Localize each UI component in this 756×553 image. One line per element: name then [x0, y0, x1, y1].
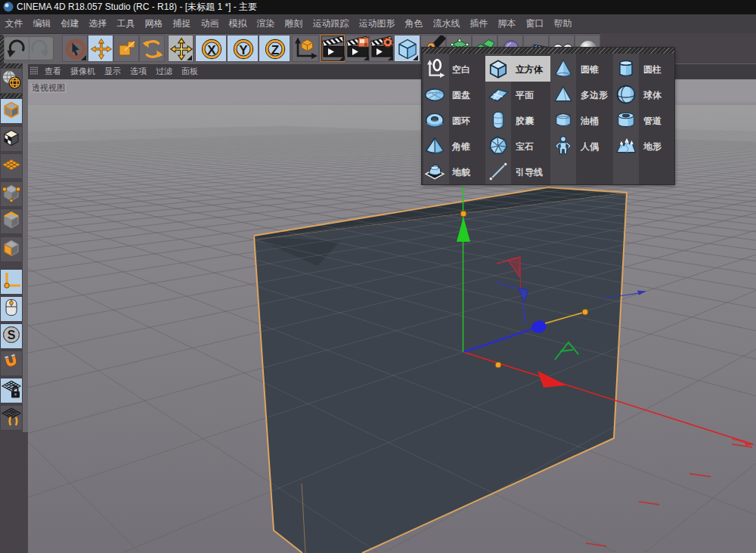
svg-text:Z: Z	[271, 43, 279, 57]
svg-text:Y: Y	[239, 43, 248, 57]
svg-text:S: S	[8, 329, 16, 341]
svg-text:X: X	[207, 43, 216, 57]
